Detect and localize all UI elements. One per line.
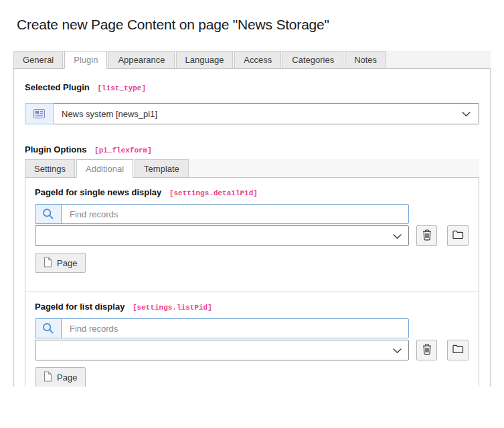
list-pid-select-row — [35, 340, 469, 360]
field-list-pid: PageId for list display [settings.listPi… — [25, 292, 479, 387]
chevron-down-icon — [393, 230, 402, 242]
list-pid-delete-button[interactable] — [416, 340, 437, 360]
list-pid-search-input[interactable] — [62, 319, 408, 338]
detail-pid-browse-button[interactable] — [447, 225, 469, 246]
detail-pid-search-input[interactable] — [62, 205, 408, 223]
page-title: Create new Page Content on page "News St… — [17, 16, 504, 33]
list-pid-select[interactable] — [35, 340, 409, 360]
tab-template[interactable]: Template — [135, 159, 189, 177]
list-pid-label: PageId for list display — [35, 302, 124, 312]
tab-categories[interactable]: Categories — [282, 51, 343, 68]
detail-pid-label: PageId for single news display — [35, 187, 161, 197]
tab-content-plugin: Selected Plugin [list_type] News system … — [13, 69, 491, 387]
detail-pid-select-row — [35, 225, 469, 246]
selected-plugin-fieldname: [list_type] — [97, 84, 146, 92]
tab-access[interactable]: Access — [234, 51, 281, 68]
selected-plugin-label: Selected Plugin — [25, 82, 90, 92]
trash-icon — [422, 229, 432, 243]
newspaper-icon — [25, 103, 54, 124]
record-form-panel: General Plugin Appearance Language Acces… — [13, 51, 491, 387]
list-pid-label-row: PageId for list display [settings.listPi… — [35, 302, 469, 313]
list-pid-page-button[interactable]: Page — [35, 367, 86, 387]
plugin-options-fieldname: [pi_flexform] — [94, 146, 152, 154]
search-icon — [35, 205, 62, 223]
selected-plugin-select[interactable]: News system [news_pi1] — [25, 103, 479, 124]
detail-pid-search-group — [35, 204, 409, 224]
selected-plugin-dropdown[interactable]: News system [news_pi1] — [54, 103, 479, 124]
chevron-down-icon — [393, 344, 402, 356]
plugin-options-label-row: Plugin Options [pi_flexform] — [25, 144, 479, 156]
list-pid-browse-button[interactable] — [447, 340, 469, 360]
tab-general[interactable]: General — [13, 51, 63, 68]
detail-pid-page-button[interactable]: Page — [35, 253, 86, 273]
field-detail-pid: PageId for single news display [settings… — [25, 178, 479, 292]
flexform-tabbar: Settings Additional Template — [25, 159, 479, 178]
page-button-label: Page — [57, 258, 77, 268]
folder-icon — [452, 344, 464, 356]
tab-language[interactable]: Language — [176, 51, 234, 68]
page-icon — [44, 371, 52, 384]
list-pid-fieldname: [settings.listPid] — [133, 304, 212, 312]
tab-appearance[interactable]: Appearance — [108, 51, 174, 68]
chevron-down-icon — [462, 109, 471, 119]
list-pid-search-group — [35, 318, 409, 338]
detail-pid-select[interactable] — [35, 225, 409, 246]
trash-icon — [422, 344, 432, 357]
page-button-label: Page — [57, 372, 77, 383]
folder-icon — [452, 230, 464, 241]
flexform-tab-content-additional: PageId for single news display [settings… — [25, 178, 479, 387]
tab-plugin[interactable]: Plugin — [64, 51, 107, 69]
search-icon — [35, 319, 62, 338]
page-icon — [44, 257, 52, 270]
tab-additional[interactable]: Additional — [76, 159, 133, 178]
tab-notes[interactable]: Notes — [345, 51, 386, 68]
detail-pid-delete-button[interactable] — [416, 225, 437, 246]
detail-pid-fieldname: [settings.detailPid] — [169, 189, 258, 197]
selected-plugin-label-row: Selected Plugin [list_type] — [25, 82, 479, 94]
tab-settings[interactable]: Settings — [25, 159, 75, 177]
detail-pid-label-row: PageId for single news display [settings… — [35, 187, 469, 199]
main-tabbar: General Plugin Appearance Language Acces… — [13, 51, 491, 69]
plugin-options-label: Plugin Options — [25, 144, 86, 154]
selected-plugin-value: News system [news_pi1] — [62, 109, 157, 119]
